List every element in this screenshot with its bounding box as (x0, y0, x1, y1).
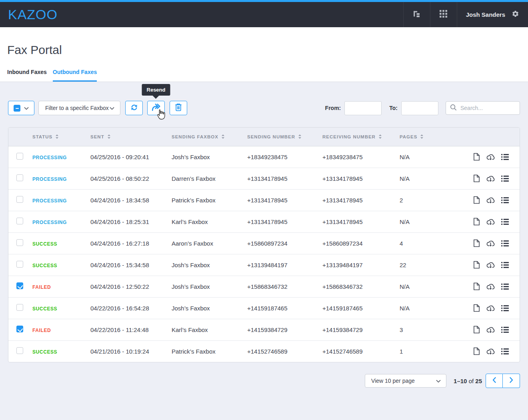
view-fax-file-icon[interactable] (473, 174, 480, 182)
row-checkbox[interactable] (16, 153, 23, 160)
row-checkbox[interactable] (16, 218, 23, 224)
sending-number-cell: +13134178945 (247, 168, 322, 189)
fax-details-list-icon[interactable] (501, 348, 509, 355)
status-badge: FAILED (32, 284, 51, 290)
fax-details-list-icon[interactable] (501, 175, 509, 182)
view-fax-file-icon[interactable] (473, 239, 480, 247)
table-row: PROCESSING 04/25/2016 - 09:20:41 Josh’s … (8, 146, 520, 168)
download-fax-icon[interactable] (486, 326, 495, 334)
kazoo-logo[interactable]: KAZOO (8, 7, 58, 22)
fax-details-list-icon[interactable] (501, 197, 509, 204)
column-header-sending-number[interactable]: SENDING NUMBER (247, 128, 322, 146)
row-checkbox[interactable] (16, 347, 23, 354)
view-fax-file-icon[interactable] (473, 304, 480, 312)
pages-cell: 4 (400, 232, 470, 254)
sent-cell: 04/22/2016 - 16:54:28 (90, 297, 172, 319)
row-checkbox[interactable] (16, 196, 23, 203)
tab-inbound-faxes[interactable]: Inbound Faxes (7, 69, 47, 82)
column-header-pages[interactable]: PAGES (400, 128, 470, 146)
download-fax-icon[interactable] (486, 196, 495, 204)
receiving-number-cell: +13134178945 (322, 211, 400, 232)
view-fax-file-icon[interactable] (473, 282, 480, 290)
view-fax-file-icon[interactable] (473, 218, 480, 226)
fax-details-list-icon[interactable] (501, 326, 509, 333)
status-badge: SUCCESS (32, 306, 57, 312)
fax-details-list-icon[interactable] (501, 283, 509, 290)
tab-outbound-faxes[interactable]: Outbound Faxes (53, 69, 97, 82)
row-checkbox[interactable] (16, 239, 23, 246)
table-row: FAILED 04/22/2016 - 11:24:48 Karl’s Faxb… (8, 319, 520, 340)
receiving-number-cell: +13134178945 (322, 168, 400, 189)
per-page-dropdown[interactable]: View 10 per page (365, 374, 446, 388)
download-fax-icon[interactable] (486, 304, 495, 312)
refresh-button[interactable] (125, 101, 143, 115)
status-badge: PROCESSING (32, 155, 67, 160)
table-row: PROCESSING 04/24/2016 - 18:25:31 Karl’s … (8, 211, 520, 232)
sent-cell: 04/21/2016 - 10:19:24 (90, 340, 172, 362)
account-hierarchy-button[interactable] (403, 2, 430, 27)
view-fax-file-icon[interactable] (473, 153, 480, 161)
select-all-dropdown[interactable] (8, 101, 34, 115)
pages-cell: N/A (400, 297, 470, 319)
fax-details-list-icon[interactable] (501, 240, 509, 247)
header-checkbox-cell (8, 128, 32, 146)
status-badge: PROCESSING (32, 198, 67, 204)
receiving-number-cell: +14159187465 (322, 297, 400, 319)
receiving-number-cell: +18349238475 (322, 146, 400, 168)
download-fax-icon[interactable] (486, 282, 495, 290)
fax-details-list-icon[interactable] (501, 262, 509, 268)
table-row: PROCESSING 04/24/2016 - 18:34:58 Patrick… (8, 189, 520, 211)
from-label: From: (325, 105, 341, 111)
column-header-sent[interactable]: SENT (90, 128, 172, 146)
download-fax-icon[interactable] (486, 174, 495, 182)
download-fax-icon[interactable] (486, 261, 495, 269)
download-fax-icon[interactable] (486, 239, 495, 247)
search-box[interactable] (446, 101, 520, 115)
select-all-checkbox[interactable] (14, 105, 20, 112)
row-checkbox[interactable] (16, 326, 23, 332)
row-checkbox[interactable] (16, 261, 23, 268)
column-header-receiving-number[interactable]: RECEIVING NUMBER (322, 128, 400, 146)
column-header-sending-faxbox[interactable]: SENDING FAXBOX (172, 128, 247, 146)
column-header-status[interactable]: STATUS (32, 128, 90, 146)
topbar: KAZOO Josh Sanders (0, 2, 528, 27)
row-checkbox[interactable] (16, 282, 23, 289)
user-menu[interactable]: Josh Sanders (457, 2, 528, 27)
to-date-input[interactable] (401, 101, 438, 115)
user-name: Josh Sanders (466, 11, 505, 18)
delete-button[interactable] (170, 101, 187, 115)
view-fax-file-icon[interactable] (473, 261, 480, 269)
status-badge: SUCCESS (32, 349, 57, 355)
download-fax-icon[interactable] (486, 347, 495, 355)
table-row: SUCCESS 04/21/2016 - 10:19:24 Patrick’s … (8, 340, 520, 362)
pages-cell: 1 (400, 340, 470, 362)
sending-number-cell: +15868346732 (247, 276, 322, 297)
view-fax-file-icon[interactable] (473, 347, 480, 355)
gear-icon[interactable] (512, 10, 519, 19)
sent-cell: 04/25/2016 - 08:50:22 (90, 168, 172, 189)
fax-details-list-icon[interactable] (501, 154, 509, 160)
fax-details-list-icon[interactable] (501, 218, 509, 225)
row-checkbox[interactable] (16, 304, 23, 311)
resend-button[interactable]: Resend (147, 101, 165, 115)
next-page-button[interactable] (503, 374, 520, 388)
sending-number-cell: +13134178945 (247, 211, 322, 232)
search-icon (450, 104, 457, 112)
view-fax-file-icon[interactable] (473, 326, 480, 334)
sending-faxbox-cell: Karl’s Faxbox (172, 319, 247, 340)
faxbox-filter-dropdown[interactable]: Filter to a specific Faxbox (38, 101, 120, 115)
fax-details-list-icon[interactable] (501, 305, 509, 312)
download-fax-icon[interactable] (486, 218, 495, 226)
previous-page-button[interactable] (486, 374, 503, 388)
view-fax-file-icon[interactable] (473, 196, 480, 204)
sent-cell: 04/25/2016 - 09:20:41 (90, 146, 172, 168)
row-checkbox[interactable] (16, 174, 23, 181)
receiving-number-cell: +14159384729 (322, 319, 400, 340)
download-fax-icon[interactable] (486, 153, 495, 161)
sending-faxbox-cell: Josh’s Faxbox (172, 254, 247, 276)
apps-menu-button[interactable] (430, 2, 457, 27)
from-date-input[interactable] (344, 101, 382, 115)
refresh-icon (130, 103, 138, 113)
search-input[interactable] (460, 105, 516, 111)
pages-cell: N/A (400, 168, 470, 189)
